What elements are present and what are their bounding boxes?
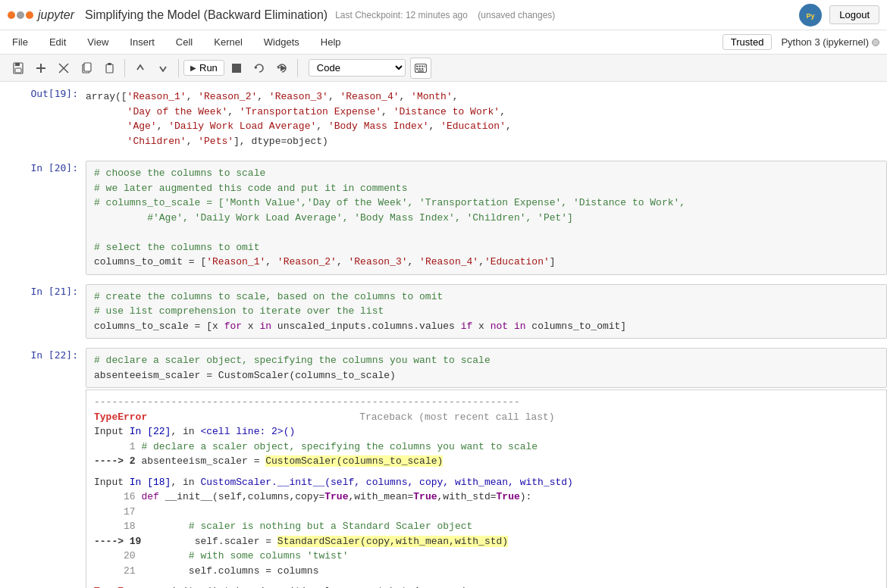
checkpoint-info: Last Checkpoint: 12 minutes ago (unsaved… bbox=[335, 10, 555, 20]
svg-rect-4 bbox=[15, 68, 21, 73]
cell-content-in21: # create the columns to scale, based on … bbox=[86, 283, 887, 341]
error-line18: 18 # scaler is nothing but a Standard Sc… bbox=[86, 519, 886, 534]
error-line16: 16 def __init__(self,columns,copy=True,w… bbox=[86, 489, 886, 505]
keyboard-shortcuts-button[interactable] bbox=[410, 58, 431, 79]
svg-rect-18 bbox=[424, 65, 425, 67]
cell-in22: In [22]: # declare a scaler object, spec… bbox=[0, 343, 887, 588]
error-message: TypeError: __init__() takes 1 positional… bbox=[86, 578, 886, 588]
cell-prompt-in22: In [22]: bbox=[2, 346, 86, 361]
save-button[interactable] bbox=[8, 58, 29, 79]
error-separator: ----------------------------------------… bbox=[86, 390, 886, 410]
jupyter-logo-circles bbox=[8, 11, 33, 19]
menu-cell[interactable]: Cell bbox=[171, 35, 197, 49]
svg-rect-11 bbox=[106, 64, 113, 73]
cell-prompt-out19: Out[19]: bbox=[2, 85, 86, 99]
menu-insert[interactable]: Insert bbox=[125, 35, 159, 49]
error-line17: 17 bbox=[86, 505, 886, 520]
jupyter-circle-orange2 bbox=[26, 11, 33, 19]
restart-run-button[interactable] bbox=[271, 58, 293, 79]
top-bar: jupyter Simplifying the Model (Backward … bbox=[0, 0, 887, 30]
status-bar: Trusted Python 3 (ipykernel) bbox=[722, 34, 879, 50]
cell-type-select[interactable]: Code Markdown Raw NBConvert bbox=[309, 59, 406, 77]
svg-rect-22 bbox=[418, 70, 424, 72]
menu-kernel[interactable]: Kernel bbox=[209, 35, 247, 49]
svg-rect-20 bbox=[418, 68, 421, 70]
svg-rect-17 bbox=[422, 65, 424, 67]
notebook-title: Simplifying the Model (Backward Eliminat… bbox=[85, 8, 328, 22]
jupyter-circle-gray bbox=[17, 11, 24, 19]
error-arrow-line19: ----> 19 self.scaler = StandardScaler(co… bbox=[86, 534, 886, 549]
svg-rect-19 bbox=[416, 68, 418, 70]
interrupt-button[interactable] bbox=[226, 58, 247, 79]
svg-rect-3 bbox=[15, 63, 20, 66]
trusted-badge[interactable]: Trusted bbox=[722, 34, 773, 50]
logout-button[interactable]: Logout bbox=[829, 5, 879, 24]
menu-file[interactable]: File bbox=[8, 35, 33, 49]
svg-text:Py: Py bbox=[807, 12, 815, 20]
error-type: TypeErrorTraceback (most recent call las… bbox=[86, 410, 886, 425]
menu-bar: File Edit View Insert Cell Kernel Widget… bbox=[0, 30, 887, 55]
run-label: Run bbox=[199, 62, 218, 74]
run-button[interactable]: ▶ Run bbox=[183, 60, 224, 76]
cut-button[interactable] bbox=[53, 58, 74, 79]
cell-prompt-in20: In [20]: bbox=[2, 159, 86, 174]
cell-content-out19: array(['Reason_1', 'Reason_2', 'Reason_3… bbox=[86, 85, 887, 153]
output-out19: array(['Reason_1', 'Reason_2', 'Reason_3… bbox=[86, 86, 887, 152]
add-cell-button[interactable] bbox=[30, 58, 52, 79]
cell-content-in22: # declare a scaler object, specifying th… bbox=[86, 346, 887, 588]
code-in20[interactable]: # choose the columns to scale # we later… bbox=[86, 161, 887, 275]
toolbar-sep1 bbox=[124, 59, 125, 77]
jupyter-logo: jupyter bbox=[8, 8, 74, 22]
error-line1: 1 # declare a scaler object, specifying … bbox=[86, 439, 886, 455]
copy-button[interactable] bbox=[76, 58, 97, 79]
restart-button[interactable] bbox=[249, 58, 270, 79]
error-input-location: Input In [22], in <cell line: 2>() bbox=[86, 424, 886, 439]
svg-rect-13 bbox=[232, 64, 241, 73]
kernel-label: Python 3 (ipykernel) bbox=[781, 36, 869, 48]
svg-rect-12 bbox=[108, 63, 111, 65]
menu-help[interactable]: Help bbox=[316, 35, 346, 49]
error-arrow-line: ----> 2 absenteeism_scaler = CustomScale… bbox=[86, 454, 886, 469]
jupyter-text: jupyter bbox=[38, 8, 74, 22]
toolbar-sep3 bbox=[297, 59, 298, 77]
toolbar: ▶ Run Code Markdown Raw NBConvert bbox=[0, 55, 887, 82]
cell-content-in20: # choose the columns to scale # we later… bbox=[86, 159, 887, 277]
notebook: Out[19]: array(['Reason_1', 'Reason_2', … bbox=[0, 82, 887, 588]
kernel-status-dot bbox=[872, 39, 879, 46]
svg-rect-15 bbox=[416, 65, 418, 67]
cell-prompt-in21: In [21]: bbox=[2, 283, 86, 297]
menu-widgets[interactable]: Widgets bbox=[259, 35, 304, 49]
toolbar-sep2 bbox=[178, 59, 179, 77]
svg-rect-21 bbox=[422, 68, 424, 70]
cell-in21: In [21]: # create the columns to scale, … bbox=[0, 280, 887, 344]
error-in18-location: Input In [18], in CustomScaler.__init__(… bbox=[86, 469, 886, 490]
move-up-button[interactable] bbox=[130, 58, 151, 79]
menu-edit[interactable]: Edit bbox=[45, 35, 71, 49]
error-block-in22: ----------------------------------------… bbox=[86, 389, 887, 588]
svg-rect-10 bbox=[84, 63, 91, 71]
error-line20: 20 # with some columns 'twist' bbox=[86, 549, 886, 564]
error-line21: 21 self.columns = columns bbox=[86, 564, 886, 579]
code-in21[interactable]: # create the columns to scale, based on … bbox=[86, 284, 887, 339]
code-in22[interactable]: # declare a scaler object, specifying th… bbox=[86, 348, 887, 388]
run-play-icon: ▶ bbox=[190, 64, 196, 72]
cell-in20: In [20]: # choose the columns to scale #… bbox=[0, 156, 887, 280]
cell-out19: Out[19]: array(['Reason_1', 'Reason_2', … bbox=[0, 82, 887, 156]
python-logo: Py bbox=[799, 4, 822, 27]
menu-view[interactable]: View bbox=[83, 35, 113, 49]
jupyter-circle-orange bbox=[8, 11, 15, 19]
move-down-button[interactable] bbox=[152, 58, 174, 79]
kernel-info: Python 3 (ipykernel) bbox=[781, 36, 879, 48]
svg-rect-16 bbox=[418, 65, 421, 67]
paste-button[interactable] bbox=[99, 58, 120, 79]
